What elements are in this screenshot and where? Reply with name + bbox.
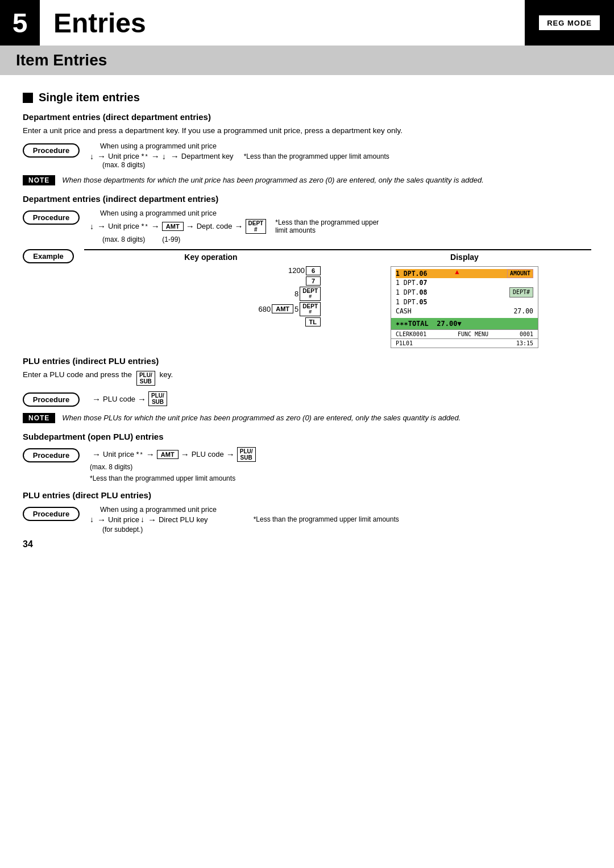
dept-key-box: DEPT #	[246, 219, 267, 234]
unit-price-label-3: Unit price *	[103, 450, 139, 458]
arrow-icon-15: →	[148, 515, 156, 524]
display-row-1: 1 DPT.06 AMOUNT	[396, 269, 533, 278]
chapter-number: 5	[0, 0, 40, 46]
arrow-icon-11: →	[146, 449, 155, 459]
procedure-3-content: → PLU code → PLU/ SUB	[90, 391, 591, 406]
proc-5-note-right: *Less than the programmed upper limit am…	[254, 515, 399, 523]
note-2-box: NOTE When those PLUs for which the unit …	[23, 412, 591, 424]
amt-key: AMT	[162, 222, 184, 231]
dpt07-label: 1 DPT.07	[396, 278, 427, 287]
key-6: 6	[306, 266, 321, 275]
procedure-2-badge: Procedure	[23, 210, 80, 225]
func-menu-label: FUNC MENU	[458, 331, 488, 337]
p1l01-label: P1L01	[396, 340, 413, 346]
amt-key-2: AMT	[157, 450, 179, 459]
deptn-btn: DEPT#	[509, 287, 533, 297]
code-label: 0001	[520, 331, 533, 337]
num-8: 8	[294, 290, 298, 298]
display-row-3: 1 DPT.08 DEPT#	[396, 287, 533, 297]
key-tl: TL	[305, 317, 321, 326]
plu-indirect-title: PLU entries (indirect PLU entries)	[23, 356, 591, 366]
triangle-icon: ▲	[454, 268, 460, 276]
page-body: Single item entries Department entries (…	[0, 75, 614, 560]
display-row-2: 1 DPT.07	[396, 278, 533, 287]
arrow-icon-5: →	[151, 221, 160, 231]
unit-price-label: Unit price *	[108, 152, 144, 160]
arrow-icon-8: →	[92, 394, 101, 404]
key-row-3: 8 DEPT #	[294, 287, 321, 301]
proc-4-sub: (max. 8 digits)	[90, 463, 591, 471]
proc-5-flow: ↓ → Unit price ↓ → Direct PLU key *Less …	[90, 515, 591, 534]
display-footer-2: P1L01 13:15	[391, 338, 538, 348]
proc-2-top-note: When using a programmed unit price	[100, 209, 591, 217]
dept-direct-body: Enter a unit price and press a departmen…	[23, 125, 591, 137]
subdept-open-title: Subdepartment (open PLU) entries	[23, 432, 591, 441]
arrow-icon-7: →	[235, 221, 243, 231]
plu-sub-key-4: PLU/ SUB	[237, 447, 256, 462]
key-op-section: Key operation 1200 6 7 8	[84, 249, 338, 348]
arrow-icon-9: →	[138, 394, 146, 404]
procedure-3-badge: Procedure	[23, 392, 80, 407]
time-label: 13:15	[516, 340, 533, 346]
arrow-icon-12: →	[181, 449, 189, 459]
total-row: ∗∗∗TOTAL 27.00▼	[391, 318, 538, 329]
key-op-content: 1200 6 7 8 DEPT #	[84, 266, 338, 326]
display-row-4: 1 DPT.05	[396, 297, 533, 307]
proc-1-top-note: When using a programmed unit price	[100, 142, 591, 150]
proc-2-line: ↓ → Unit price * * → AMT → Dept. code → …	[90, 218, 591, 234]
plu-sub-key-proc: PLU/ SUB	[148, 391, 167, 406]
procedure-2-row: Procedure When using a programmed unit p…	[23, 209, 591, 243]
procedure-1-row: Procedure When using a programmed unit p…	[23, 142, 591, 169]
key-dept-2: DEPT #	[300, 302, 321, 316]
procedure-1-content: When using a programmed unit price ↓ → U…	[90, 142, 591, 169]
proc-5-subdept-note: (for subdept.)	[102, 526, 591, 534]
note-1-box: NOTE When those departments for which th…	[23, 175, 591, 186]
key-dept-1: DEPT #	[300, 287, 321, 301]
note-1-badge: NOTE	[23, 175, 55, 185]
section-square-icon	[23, 93, 33, 103]
key-op-header: Key operation	[84, 253, 338, 262]
proc-4-note: *Less than the programmed upper limit am…	[90, 474, 591, 482]
proc-1-flow: ↓ → Unit price * * → ↓ → Department key …	[90, 151, 591, 169]
dpt05-label: 1 DPT.05	[396, 297, 427, 307]
note-2-badge: NOTE	[23, 413, 55, 423]
procedure-4-badge: Procedure	[23, 448, 80, 462]
num-5: 5	[294, 305, 298, 313]
arrow-icon-2: →	[151, 151, 160, 161]
dept-direct-title: Department entries (direct department en…	[23, 112, 591, 122]
display-section: Display ▲ 1 DPT.06 AMOUNT 1 DPT.07	[338, 249, 591, 348]
page-header: 5 Entries REG MODE	[0, 0, 614, 46]
total-text: ∗∗∗TOTAL 27.00▼	[396, 320, 462, 328]
arrow-icon-4: →	[97, 221, 106, 231]
chapter-title: Entries	[40, 0, 525, 46]
num-680: 680	[259, 305, 271, 313]
key-amt: AMT	[272, 304, 293, 313]
display-header: Display	[338, 253, 591, 262]
single-item-heading: Single item entries	[23, 91, 591, 104]
key-row-5: TL	[305, 317, 321, 326]
cash-value: 27.00	[513, 307, 533, 316]
amount-badge: AMOUNT	[507, 269, 533, 278]
procedure-4-content: → Unit price * * → AMT → PLU code → PLU/…	[90, 447, 591, 482]
arrow-icon-3: →	[171, 151, 179, 161]
page-number: 34	[23, 539, 591, 549]
proc-2-flow: ↓ → Unit price * * → AMT → Dept. code → …	[90, 218, 591, 243]
num-1200: 1200	[288, 266, 305, 275]
proc-3-line: → PLU code → PLU/ SUB	[90, 391, 591, 406]
dpt06-label: 1 DPT.06	[396, 269, 427, 278]
plu-sub-key-inline: PLU/ SUB	[136, 371, 155, 386]
note-1-text: When those departments for which the uni…	[62, 175, 483, 186]
note-2-text: When those PLUs for which the unit price…	[62, 412, 460, 424]
proc-2-sub-notes: (max. 8 digits) (1-99)	[102, 235, 591, 243]
key-row-2: 7	[306, 276, 321, 286]
proc-2-note-right: *Less than the programmed upperlimit amo…	[275, 218, 379, 234]
proc-5-top-note: When using a programmed unit price	[100, 506, 591, 514]
key-row-4: 680 AMT 5 DEPT #	[259, 302, 321, 316]
proc-4-line: → Unit price * * → AMT → PLU code → PLU/…	[90, 447, 591, 462]
key-row-1: 1200 6	[288, 266, 321, 275]
arrow-icon-10: →	[92, 449, 101, 459]
dept-key-label: Department key	[181, 152, 234, 160]
proc-1-note-right: *Less than the programmed upper limit am…	[244, 152, 389, 160]
procedure-5-row: Procedure When using a programmed unit p…	[23, 506, 591, 534]
procedure-2-content: When using a programmed unit price ↓ → U…	[90, 209, 591, 243]
